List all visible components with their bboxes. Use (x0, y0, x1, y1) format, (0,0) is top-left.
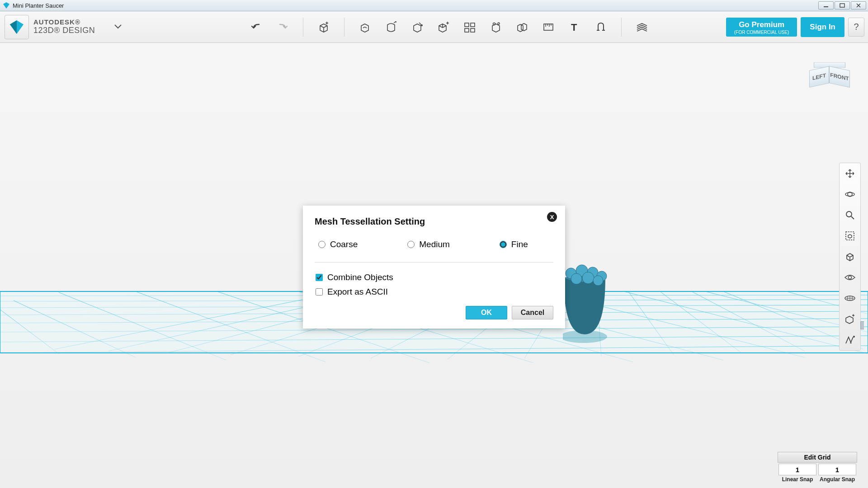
svg-rect-27 (846, 232, 854, 240)
toolbar-icons: T (243, 11, 655, 42)
dialog-ok-button[interactable]: OK (466, 306, 507, 319)
pan-icon[interactable] (842, 166, 858, 181)
main-toolbar: AUTODESK® 123D® DESIGN T Go Premium (FOR… (0, 11, 868, 43)
undo-button[interactable] (247, 18, 266, 37)
angular-snap-input[interactable] (818, 464, 856, 475)
toggle-grid-icon[interactable] (842, 311, 858, 327)
medium-radio[interactable] (407, 241, 415, 248)
cube-view-icon[interactable] (842, 249, 858, 264)
viewcube-left[interactable]: LEFT (809, 66, 829, 87)
svg-rect-7 (471, 23, 475, 27)
export-ascii-option[interactable]: Export as ASCII (315, 287, 553, 297)
fine-radio[interactable] (500, 241, 507, 248)
svg-rect-6 (465, 23, 469, 27)
snap-toggle-icon[interactable] (842, 332, 858, 347)
fine-label: Fine (511, 239, 528, 249)
navbar-collapse-handle[interactable] (860, 321, 864, 329)
svg-marker-0 (3, 2, 9, 9)
svg-point-21 (571, 273, 582, 284)
window-close-button[interactable] (851, 1, 866, 9)
text-button[interactable]: T (565, 18, 584, 37)
svg-rect-8 (465, 28, 469, 32)
sketch-button[interactable] (355, 18, 374, 37)
svg-point-5 (421, 24, 423, 26)
premium-label: Go Premium (734, 20, 789, 29)
zoom-icon[interactable] (842, 207, 858, 223)
svg-point-23 (593, 276, 603, 286)
svg-point-26 (846, 211, 852, 217)
transform-button[interactable] (434, 18, 453, 37)
navigation-bar (839, 163, 861, 351)
primitives-button[interactable] (314, 18, 333, 37)
ascii-label: Export as ASCII (327, 287, 388, 297)
logo-icon (5, 15, 29, 39)
window-titlebar: Mini Planter Saucer (0, 0, 868, 11)
model-preview (563, 264, 608, 346)
logo-text: AUTODESK® 123D® DESIGN (33, 19, 95, 35)
dialog-title: Mesh Tessellation Setting (315, 216, 553, 227)
combine-button[interactable] (513, 18, 532, 37)
coarse-label: Coarse (330, 239, 358, 249)
combine-objects-option[interactable]: Combine Objects (315, 272, 553, 282)
dialog-close-button[interactable]: X (547, 212, 557, 222)
mesh-tessellation-dialog: X Mesh Tessellation Setting Coarse Mediu… (303, 206, 565, 328)
fit-icon[interactable] (842, 228, 858, 244)
dialog-cancel-button[interactable]: Cancel (512, 306, 553, 319)
ascii-checkbox[interactable] (316, 288, 323, 296)
svg-point-28 (849, 276, 852, 279)
pattern-button[interactable] (460, 18, 479, 37)
combine-checkbox[interactable] (316, 274, 323, 281)
help-button[interactable]: ? (848, 18, 864, 37)
app-menu[interactable]: AUTODESK® 123D® DESIGN (0, 15, 126, 39)
materials-button[interactable] (632, 18, 651, 37)
viewcube[interactable]: LEFT FRONT (809, 61, 850, 93)
measure-button[interactable] (539, 18, 558, 37)
svg-rect-1 (824, 6, 828, 7)
window-minimize-button[interactable] (818, 1, 834, 9)
svg-point-30 (853, 336, 855, 338)
medium-label: Medium (419, 239, 450, 249)
svg-point-22 (582, 272, 594, 284)
viewcube-front[interactable]: FRONT (829, 66, 850, 88)
tessellation-fine-option[interactable]: Fine (500, 239, 528, 249)
app-icon (3, 2, 10, 9)
orbit-icon[interactable] (842, 187, 858, 202)
grouping-button[interactable] (486, 18, 505, 37)
display-mode-icon[interactable] (842, 291, 858, 306)
window-maximize-button[interactable] (835, 1, 850, 9)
angular-snap-label: Angular Snap (820, 476, 855, 483)
chevron-down-icon[interactable] (114, 23, 122, 31)
snap-button[interactable] (591, 18, 610, 37)
visibility-icon[interactable] (842, 270, 858, 285)
window-title: Mini Planter Saucer (13, 2, 64, 9)
modify-button[interactable] (408, 18, 427, 37)
svg-rect-2 (840, 4, 844, 7)
brand-line1: AUTODESK® (33, 19, 95, 26)
edit-grid-button[interactable]: Edit Grid (778, 452, 857, 463)
brand-line2: 123D® DESIGN (33, 26, 95, 35)
svg-text:T: T (571, 22, 577, 33)
coarse-radio[interactable] (318, 241, 326, 248)
construct-button[interactable] (382, 18, 401, 37)
linear-snap-input[interactable] (778, 464, 816, 475)
svg-point-11 (498, 23, 500, 24)
svg-point-25 (845, 192, 854, 196)
svg-marker-4 (10, 20, 17, 34)
svg-rect-9 (471, 28, 475, 32)
svg-rect-12 (544, 24, 553, 30)
tessellation-coarse-option[interactable]: Coarse (318, 239, 358, 249)
tessellation-medium-option[interactable]: Medium (407, 239, 450, 249)
snap-panel: Edit Grid Linear Snap Angular Snap (778, 452, 857, 483)
combine-label: Combine Objects (327, 272, 393, 282)
premium-sublabel: (FOR COMMERCIAL USE) (734, 30, 789, 35)
redo-button[interactable] (273, 18, 292, 37)
go-premium-button[interactable]: Go Premium (FOR COMMERCIAL USE) (726, 18, 797, 37)
linear-snap-label: Linear Snap (782, 476, 813, 483)
viewport[interactable]: LEFT FRONT Edit Grid Linear Snap Angular… (0, 43, 868, 488)
sign-in-button[interactable]: Sign In (801, 17, 844, 37)
